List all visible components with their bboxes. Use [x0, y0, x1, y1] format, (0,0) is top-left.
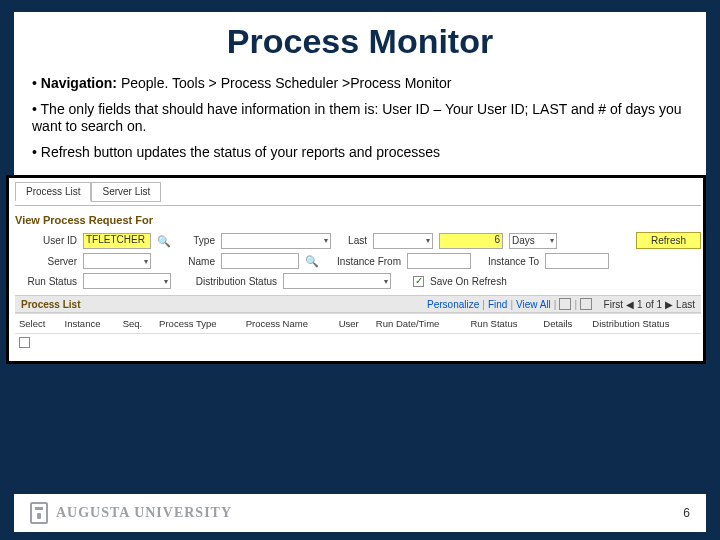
col-rundt[interactable]: Run Date/Time: [372, 314, 467, 334]
bullet-list: • Navigation: People. Tools > Process Sc…: [14, 67, 706, 175]
label-server: Server: [15, 256, 77, 267]
slide-footer: AUGUSTA UNIVERSITY 6: [14, 494, 706, 532]
paging-next-icon[interactable]: ▶: [665, 299, 673, 310]
process-list-bar: Process List Personalize| Find| View All…: [15, 295, 701, 313]
row-2: Server Name 🔍 Instance From Instance To: [15, 253, 701, 269]
bullet-1-label: Navigation:: [41, 75, 117, 91]
page-number: 6: [683, 506, 690, 520]
col-dstatus[interactable]: Distribution Status: [588, 314, 701, 334]
process-list-title: Process List: [21, 299, 80, 310]
lookup-name-icon[interactable]: 🔍: [305, 255, 317, 267]
label-save-on-refresh: Save On Refresh: [430, 276, 507, 287]
section-view-request: View Process Request For: [15, 212, 701, 232]
university-logo-text: AUGUSTA UNIVERSITY: [56, 505, 232, 521]
col-select[interactable]: Select: [15, 314, 61, 334]
app-screenshot: Process List Server List View Process Re…: [6, 175, 706, 364]
slide-body: Process Monitor • Navigation: People. To…: [14, 12, 706, 175]
col-pname[interactable]: Process Name: [242, 314, 335, 334]
row-1: User ID TFLETCHER 🔍 Type Last 6 Days Ref…: [15, 232, 701, 249]
paging-first[interactable]: First: [604, 299, 623, 310]
row-3: Run Status Distribution Status ✓ Save On…: [15, 273, 701, 289]
label-run-status: Run Status: [15, 276, 77, 287]
cell-details: [539, 334, 588, 354]
select-last-unit[interactable]: Days: [509, 233, 557, 249]
col-user[interactable]: User: [335, 314, 372, 334]
table-row: [15, 334, 701, 354]
cell-dstatus: [588, 334, 701, 354]
bullet-1: • Navigation: People. Tools > Process Sc…: [32, 71, 688, 97]
select-last[interactable]: [373, 233, 433, 249]
paging-range: 1 of 1: [637, 299, 662, 310]
download-icon[interactable]: [580, 298, 592, 310]
cell-instance: [61, 334, 119, 354]
cell-ptype: [155, 334, 242, 354]
tab-bar: Process List Server List: [15, 182, 701, 202]
col-ptype[interactable]: Process Type: [155, 314, 242, 334]
col-seq[interactable]: Seq.: [119, 314, 155, 334]
label-instance-from: Instance From: [323, 256, 401, 267]
input-user-id[interactable]: TFLETCHER: [83, 233, 151, 249]
process-list-table: Select Instance Seq. Process Type Proces…: [15, 313, 701, 353]
link-view-all[interactable]: View All: [516, 299, 551, 310]
label-user-id: User ID: [15, 235, 77, 246]
process-list-tools: Personalize| Find| View All| | First ◀ 1…: [427, 298, 695, 310]
tab-process-list[interactable]: Process List: [15, 182, 91, 202]
cell-pname: [242, 334, 335, 354]
lookup-user-icon[interactable]: 🔍: [157, 235, 169, 247]
table-header-row: Select Instance Seq. Process Type Proces…: [15, 314, 701, 334]
bullet-2-text: The only fields that should have informa…: [32, 101, 682, 135]
col-details[interactable]: Details: [539, 314, 588, 334]
cell-rundt: [372, 334, 467, 354]
label-name: Name: [175, 256, 215, 267]
col-rstatus[interactable]: Run Status: [467, 314, 540, 334]
checkbox-save-on-refresh[interactable]: ✓: [413, 276, 424, 287]
select-dist-status[interactable]: [283, 273, 391, 289]
col-instance[interactable]: Instance: [61, 314, 119, 334]
link-personalize[interactable]: Personalize: [427, 299, 479, 310]
input-instance-to[interactable]: [545, 253, 609, 269]
input-last-n[interactable]: 6: [439, 233, 503, 249]
select-run-status[interactable]: [83, 273, 171, 289]
link-find[interactable]: Find: [488, 299, 507, 310]
input-name[interactable]: [221, 253, 299, 269]
label-last: Last: [337, 235, 367, 246]
label-type: Type: [175, 235, 215, 246]
cell-rstatus: [467, 334, 540, 354]
row-select-checkbox[interactable]: [19, 337, 30, 348]
slide-title: Process Monitor: [14, 12, 706, 67]
paging-last[interactable]: Last: [676, 299, 695, 310]
bullet-2: • The only fields that should have infor…: [32, 97, 688, 140]
bullet-3: • Refresh button updates the status of y…: [32, 140, 688, 166]
shield-icon: [30, 502, 48, 524]
input-instance-from[interactable]: [407, 253, 471, 269]
select-type[interactable]: [221, 233, 331, 249]
cell-user: [335, 334, 372, 354]
tab-underline: [15, 205, 701, 206]
grid-icon[interactable]: [559, 298, 571, 310]
bullet-3-text: Refresh button updates the status of you…: [41, 144, 440, 160]
cell-seq: [119, 334, 155, 354]
refresh-button[interactable]: Refresh: [636, 232, 701, 249]
label-dist-status: Distribution Status: [177, 276, 277, 287]
paging-prev-icon[interactable]: ◀: [626, 299, 634, 310]
tab-server-list[interactable]: Server List: [91, 182, 161, 202]
label-instance-to: Instance To: [477, 256, 539, 267]
bullet-1-text: People. Tools > Process Scheduler >Proce…: [117, 75, 451, 91]
select-server[interactable]: [83, 253, 151, 269]
